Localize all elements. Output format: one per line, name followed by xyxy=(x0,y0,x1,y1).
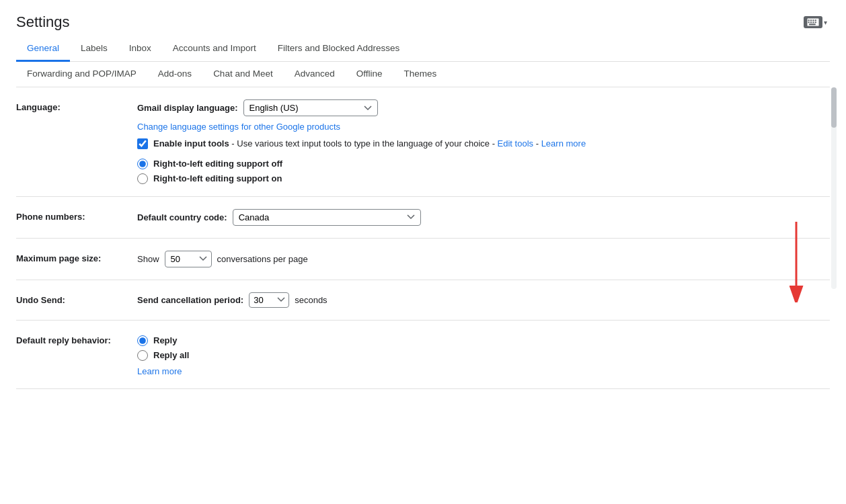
page-title: Settings xyxy=(16,13,70,31)
show-label: Show xyxy=(137,254,159,264)
page-header: Settings ▾ xyxy=(16,0,830,36)
tab-accounts-import[interactable]: Accounts and Import xyxy=(162,36,267,62)
undo-row: Send cancellation period: 30 20 10 5 sec… xyxy=(137,292,830,308)
conversations-per-page-label: conversations per page xyxy=(217,254,308,264)
scrollbar-thumb[interactable] xyxy=(831,87,837,128)
keyboard-chevron-icon: ▾ xyxy=(824,19,827,26)
undo-send-control: Send cancellation period: 30 20 10 5 sec… xyxy=(137,292,830,308)
page-size-control: Show 50 25 10 conversations per page xyxy=(137,251,830,267)
phone-section: Phone numbers: Default country code: Can… xyxy=(16,197,830,239)
svg-rect-3 xyxy=(812,19,814,21)
enable-input-tools-row: Enable input tools - Use various text in… xyxy=(137,137,830,151)
rtl-on-radio[interactable] xyxy=(137,173,148,184)
display-language-label: Gmail display language: xyxy=(137,103,238,113)
keyboard-shortcut-button[interactable]: ▾ xyxy=(801,13,830,31)
country-code-select[interactable]: Canada xyxy=(233,209,421,226)
svg-rect-4 xyxy=(815,19,816,21)
learn-more-link-reply[interactable]: Learn more xyxy=(137,366,830,376)
language-label: Language: xyxy=(16,99,137,114)
page-size-section: Maximum page size: Show 50 25 10 convers… xyxy=(16,239,830,280)
country-code-row: Default country code: Canada xyxy=(137,209,830,226)
tab-themes[interactable]: Themes xyxy=(393,62,448,87)
svg-rect-1 xyxy=(808,19,810,21)
reply-radio-group: Reply Reply all xyxy=(137,335,830,361)
reply-radio[interactable] xyxy=(137,335,148,346)
tab-forwarding[interactable]: Forwarding and POP/IMAP xyxy=(16,62,147,87)
reply-label: Reply xyxy=(153,335,177,345)
phone-control: Default country code: Canada xyxy=(137,209,830,226)
tab-chat-meet[interactable]: Chat and Meet xyxy=(202,62,284,87)
learn-more-link-language[interactable]: Learn more xyxy=(541,138,586,149)
tab-inbox[interactable]: Inbox xyxy=(118,36,162,62)
svg-rect-7 xyxy=(812,22,814,23)
rtl-on-label: Right-to-left editing support on xyxy=(153,173,282,183)
display-language-row: Gmail display language: English (US) xyxy=(137,99,830,116)
page-size-select[interactable]: 50 25 10 xyxy=(165,251,212,267)
change-language-link[interactable]: Change language settings for other Googl… xyxy=(137,122,830,132)
tab-advanced[interactable]: Advanced xyxy=(284,62,346,87)
cancellation-label: Send cancellation period: xyxy=(137,295,243,305)
reply-all-label: Reply all xyxy=(153,350,189,360)
svg-rect-6 xyxy=(810,22,812,23)
seconds-label: seconds xyxy=(295,295,327,305)
reply-all-radio[interactable] xyxy=(137,350,148,361)
page-size-label: Maximum page size: xyxy=(16,251,137,265)
language-select[interactable]: English (US) xyxy=(243,99,378,116)
rtl-radio-group: Right-to-left editing support off Right-… xyxy=(137,159,830,184)
scrollbar-track[interactable] xyxy=(831,87,837,289)
cancellation-period-select[interactable]: 30 20 10 5 xyxy=(249,292,289,308)
rtl-on-row: Right-to-left editing support on xyxy=(137,173,830,184)
rtl-off-row: Right-to-left editing support off xyxy=(137,159,830,169)
svg-rect-9 xyxy=(809,24,816,25)
enable-input-suffix: - Use various text input tools to type i… xyxy=(231,138,497,149)
settings-content: Language: Gmail display language: Englis… xyxy=(16,87,830,389)
language-section: Language: Gmail display language: Englis… xyxy=(16,87,830,197)
svg-rect-8 xyxy=(815,22,816,23)
undo-send-section: Undo Send: Send cancellation period: 30 … xyxy=(16,280,830,321)
undo-send-label: Undo Send: xyxy=(16,292,137,307)
svg-rect-5 xyxy=(808,22,810,23)
default-reply-control: Reply Reply all Learn more xyxy=(137,333,830,376)
edit-tools-link[interactable]: Edit tools xyxy=(498,138,533,149)
rtl-off-label: Right-to-left editing support off xyxy=(153,159,282,169)
phone-label: Phone numbers: xyxy=(16,209,137,224)
reply-all-row: Reply all xyxy=(137,350,830,361)
default-reply-label: Default reply behavior: xyxy=(16,333,137,347)
enable-input-tools-bold: Enable input tools xyxy=(153,138,229,149)
enable-input-tools-checkbox[interactable] xyxy=(137,138,148,149)
tabs-row-2: Forwarding and POP/IMAP Add-ons Chat and… xyxy=(16,62,830,87)
enable-input-tools-text: Enable input tools - Use various text in… xyxy=(153,137,586,151)
rtl-off-radio[interactable] xyxy=(137,159,148,169)
keyboard-icon xyxy=(804,16,822,28)
default-reply-section: Default reply behavior: Reply Reply all … xyxy=(16,321,830,389)
language-control: Gmail display language: English (US) Cha… xyxy=(137,99,830,184)
svg-rect-2 xyxy=(810,19,812,21)
reply-row: Reply xyxy=(137,335,830,346)
dash-sep: - xyxy=(536,138,541,149)
tab-general[interactable]: General xyxy=(16,36,70,62)
tab-filters[interactable]: Filters and Blocked Addresses xyxy=(267,36,411,62)
country-code-label: Default country code: xyxy=(137,212,227,222)
page-size-row: Show 50 25 10 conversations per page xyxy=(137,251,830,267)
tab-addons[interactable]: Add-ons xyxy=(147,62,202,87)
tab-offline[interactable]: Offline xyxy=(346,62,393,87)
tabs-row-1: General Labels Inbox Accounts and Import… xyxy=(16,36,830,62)
tab-labels[interactable]: Labels xyxy=(70,36,118,62)
